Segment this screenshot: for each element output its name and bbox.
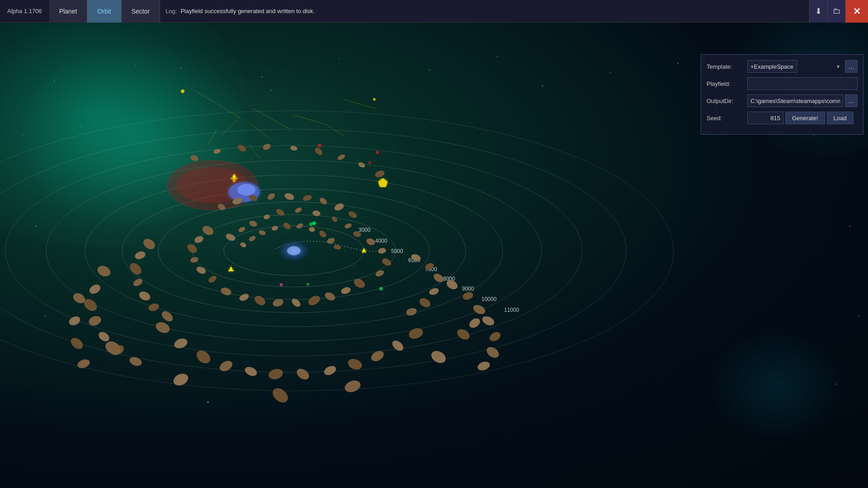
svg-point-158 bbox=[314, 146, 324, 157]
svg-line-24 bbox=[194, 90, 240, 117]
svg-point-166 bbox=[429, 348, 448, 366]
svg-line-28 bbox=[249, 122, 271, 140]
svg-line-30 bbox=[294, 115, 326, 124]
svg-point-88 bbox=[424, 262, 435, 271]
green-marker-3 bbox=[307, 283, 309, 286]
svg-line-29 bbox=[208, 129, 217, 145]
download-icon: ⬇ bbox=[815, 6, 822, 16]
svg-point-118 bbox=[244, 365, 259, 378]
svg-point-79 bbox=[374, 269, 385, 277]
svg-point-147 bbox=[69, 336, 85, 352]
svg-point-129 bbox=[266, 192, 276, 201]
svg-point-97 bbox=[97, 330, 111, 343]
svg-point-144 bbox=[333, 244, 341, 250]
top-bar: Alpha 1.1706 Planet Orbit Sector Log: Pl… bbox=[0, 0, 868, 23]
svg-point-111 bbox=[324, 291, 337, 302]
svg-point-132 bbox=[318, 197, 328, 206]
svg-point-137 bbox=[282, 221, 292, 230]
svg-point-107 bbox=[253, 294, 267, 307]
outputdir-browse-button[interactable]: … bbox=[845, 94, 858, 107]
svg-point-38 bbox=[46, 160, 542, 341]
playfield-label: Playfield: bbox=[707, 80, 747, 87]
orbit-tab[interactable]: Orbit bbox=[87, 0, 121, 23]
template-select[interactable]: +ExampleSpace bbox=[747, 60, 797, 73]
sector-tab[interactable]: Sector bbox=[122, 0, 160, 23]
svg-text:5000: 5000 bbox=[391, 248, 403, 254]
svg-point-142 bbox=[240, 242, 247, 249]
space-viewport[interactable]: 3000 4000 5000 6000 7000 8000 9000 10000… bbox=[0, 23, 868, 488]
log-message: Playfield successfully generated and wri… bbox=[180, 8, 804, 14]
nebula-4 bbox=[710, 330, 845, 443]
ship-marker-3 bbox=[228, 266, 234, 272]
download-button[interactable]: ⬇ bbox=[809, 0, 827, 23]
center-star bbox=[276, 238, 312, 263]
svg-point-121 bbox=[323, 364, 338, 377]
load-button[interactable]: Load bbox=[827, 112, 854, 124]
svg-point-136 bbox=[271, 225, 278, 231]
svg-point-65 bbox=[331, 216, 339, 223]
outputdir-input[interactable] bbox=[747, 94, 843, 107]
svg-point-89 bbox=[432, 272, 445, 284]
svg-point-63 bbox=[294, 206, 303, 214]
planet-tab[interactable]: Planet bbox=[49, 0, 88, 23]
outputdir-row: OutputDir: … bbox=[707, 94, 858, 107]
svg-point-21 bbox=[542, 85, 543, 86]
svg-point-10 bbox=[22, 135, 23, 136]
ship-marker-2 bbox=[362, 248, 366, 253]
svg-point-143 bbox=[326, 237, 335, 244]
svg-point-155 bbox=[236, 143, 247, 153]
template-more-button[interactable]: … bbox=[845, 60, 858, 73]
svg-point-159 bbox=[337, 153, 346, 161]
green-marker-1 bbox=[309, 222, 313, 226]
svg-point-152 bbox=[476, 360, 491, 372]
svg-point-64 bbox=[312, 210, 321, 217]
nebula-1 bbox=[0, 23, 249, 249]
seed-input[interactable] bbox=[747, 112, 783, 124]
log-area: Log: Playfield successfully generated an… bbox=[160, 0, 809, 23]
svg-point-138 bbox=[296, 222, 304, 230]
svg-point-36 bbox=[122, 189, 466, 313]
nebula-2 bbox=[23, 45, 249, 226]
svg-point-76 bbox=[365, 237, 376, 246]
svg-point-128 bbox=[248, 193, 258, 202]
folder-button[interactable]: 🗀 bbox=[827, 0, 845, 23]
generate-button[interactable]: Generate! bbox=[785, 112, 825, 124]
close-button[interactable]: ✕ bbox=[845, 0, 868, 23]
svg-point-162 bbox=[103, 339, 123, 357]
red-marker-2 bbox=[376, 151, 379, 154]
red-zone-inner bbox=[176, 167, 249, 203]
svg-point-39 bbox=[5, 145, 582, 356]
svg-point-15 bbox=[859, 316, 859, 317]
template-label: Template: bbox=[707, 63, 747, 70]
svg-point-73 bbox=[190, 256, 199, 263]
seed-label: Seed: bbox=[707, 115, 747, 122]
svg-point-91 bbox=[418, 296, 432, 310]
svg-point-40 bbox=[0, 129, 626, 372]
svg-point-77 bbox=[377, 248, 387, 254]
trajectory-path bbox=[276, 241, 384, 252]
svg-point-84 bbox=[137, 290, 151, 302]
svg-point-102 bbox=[472, 303, 487, 316]
svg-point-93 bbox=[96, 264, 112, 279]
svg-text:10000: 10000 bbox=[481, 296, 497, 302]
svg-point-94 bbox=[88, 283, 102, 296]
svg-point-17 bbox=[31, 384, 32, 385]
svg-point-71 bbox=[193, 235, 204, 244]
svg-point-156 bbox=[262, 143, 271, 151]
svg-point-82 bbox=[127, 261, 143, 277]
svg-point-20 bbox=[271, 90, 272, 91]
svg-point-154 bbox=[213, 148, 221, 155]
svg-point-41 bbox=[0, 111, 674, 391]
svg-point-74 bbox=[195, 265, 207, 275]
svg-point-109 bbox=[290, 297, 302, 309]
constellation-lines bbox=[194, 90, 375, 158]
outputdir-label: OutputDir: bbox=[707, 98, 747, 104]
svg-point-104 bbox=[455, 327, 472, 342]
svg-point-83 bbox=[132, 277, 144, 287]
green-marker-2 bbox=[379, 287, 383, 291]
svg-point-16 bbox=[45, 316, 46, 317]
svg-point-125 bbox=[407, 326, 425, 341]
svg-point-95 bbox=[82, 296, 99, 313]
svg-text:8000: 8000 bbox=[443, 276, 455, 282]
playfield-input[interactable] bbox=[747, 77, 858, 90]
